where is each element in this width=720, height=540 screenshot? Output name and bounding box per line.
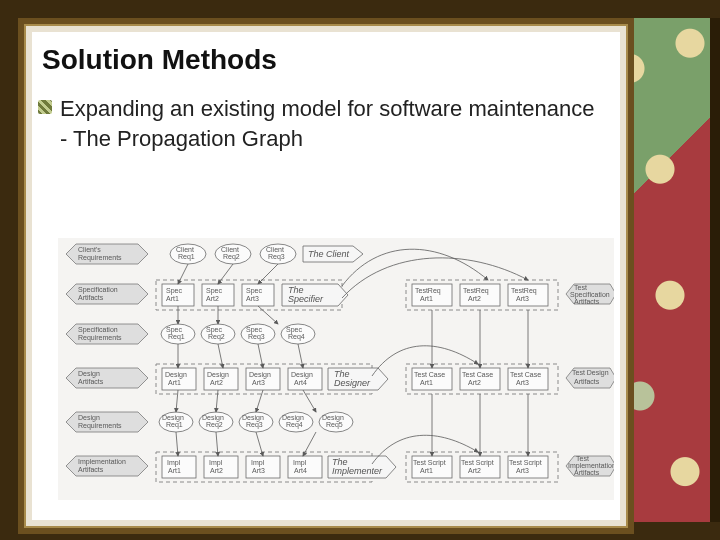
svg-text:Spec: Spec <box>206 287 222 295</box>
svg-text:Req2: Req2 <box>208 333 225 341</box>
svg-text:Test Case: Test Case <box>414 371 445 378</box>
svg-text:Specifier: Specifier <box>288 294 324 304</box>
svg-text:Test Design: Test Design <box>572 369 609 377</box>
svg-text:Req1: Req1 <box>168 333 185 341</box>
svg-text:Art2: Art2 <box>206 295 219 302</box>
svg-text:Test Case: Test Case <box>510 371 541 378</box>
svg-text:Req3: Req3 <box>248 333 265 341</box>
svg-text:Req3: Req3 <box>268 253 285 261</box>
svg-text:Requirements: Requirements <box>78 334 122 342</box>
slide-content: Solution Methods Expanding an existing m… <box>38 38 614 514</box>
svg-text:Impl: Impl <box>167 459 181 467</box>
diagram-svg: Client'sRequirements SpecificationArtifa… <box>58 238 614 500</box>
svg-text:Design: Design <box>249 371 271 379</box>
slide-title: Solution Methods <box>42 44 610 76</box>
svg-text:Client: Client <box>176 246 194 253</box>
svg-text:Art3: Art3 <box>516 467 529 474</box>
svg-text:Artifacts: Artifacts <box>574 298 600 305</box>
svg-line-102 <box>218 264 233 284</box>
impl-artifact-boxes: ImplArt1 ImplArt2 ImplArt3 ImplArt4 TheI… <box>162 456 396 478</box>
svg-text:Implementer: Implementer <box>332 466 383 476</box>
svg-text:Designer: Designer <box>334 378 371 388</box>
svg-text:Impl: Impl <box>251 459 265 467</box>
design-req-nodes: DesignReq1 DesignReq2 DesignReq3 DesignR… <box>159 412 353 432</box>
spec-artifact-boxes: SpecArt1 SpecArt2 SpecArt3 TheSpecifier <box>162 284 348 306</box>
svg-text:Art3: Art3 <box>516 295 529 302</box>
svg-text:Requirements: Requirements <box>78 254 122 262</box>
svg-text:Test Case: Test Case <box>462 371 493 378</box>
svg-text:Test Script: Test Script <box>413 459 446 467</box>
svg-text:Impl: Impl <box>293 459 307 467</box>
svg-text:Art1: Art1 <box>168 379 181 386</box>
svg-line-101 <box>178 264 188 284</box>
svg-text:The Client: The Client <box>308 249 350 259</box>
svg-text:Client: Client <box>266 246 284 253</box>
svg-text:Art3: Art3 <box>516 379 529 386</box>
svg-text:Design: Design <box>78 414 100 422</box>
svg-text:Spec: Spec <box>246 287 262 295</box>
svg-text:Art2: Art2 <box>468 467 481 474</box>
svg-line-112 <box>216 390 218 412</box>
svg-text:Req1: Req1 <box>178 253 195 261</box>
svg-text:Req5: Req5 <box>326 421 343 429</box>
slide-frame: Solution Methods Expanding an existing m… <box>18 18 634 534</box>
propagation-graph-diagram: Client'sRequirements SpecificationArtifa… <box>58 238 614 500</box>
svg-line-106 <box>258 306 278 324</box>
svg-text:Art2: Art2 <box>210 379 223 386</box>
svg-text:Requirements: Requirements <box>78 422 122 430</box>
svg-line-111 <box>176 390 178 412</box>
svg-text:Art2: Art2 <box>468 295 481 302</box>
svg-text:Req2: Req2 <box>223 253 240 261</box>
design-artifact-boxes: DesignArt1 DesignArt2 DesignArt3 DesignA… <box>162 368 388 390</box>
bullet-text: Expanding an existing model for software… <box>60 96 594 151</box>
right-test-groups: TestReqArt1 TestReqArt2 TestReqArt3 Test… <box>406 280 614 482</box>
svg-text:Req2: Req2 <box>206 421 223 429</box>
svg-text:Design: Design <box>291 371 313 379</box>
svg-text:Req3: Req3 <box>246 421 263 429</box>
bullet-item: Expanding an existing model for software… <box>60 94 606 153</box>
svg-text:Design: Design <box>207 371 229 379</box>
svg-text:Req4: Req4 <box>286 421 303 429</box>
svg-line-114 <box>303 390 316 412</box>
svg-text:Test: Test <box>576 455 589 462</box>
svg-text:Artifacts: Artifacts <box>574 469 600 476</box>
svg-text:Art1: Art1 <box>420 467 433 474</box>
svg-text:Test: Test <box>574 284 587 291</box>
svg-line-113 <box>256 390 263 412</box>
svg-text:Req4: Req4 <box>288 333 305 341</box>
svg-text:Art3: Art3 <box>246 295 259 302</box>
svg-text:Client's: Client's <box>78 246 101 253</box>
svg-line-109 <box>258 344 263 368</box>
svg-text:Impl: Impl <box>209 459 223 467</box>
svg-text:Artifacts: Artifacts <box>78 294 104 301</box>
slide-body: Expanding an existing model for software… <box>60 94 606 153</box>
svg-text:Design: Design <box>165 371 187 379</box>
svg-text:TestReq: TestReq <box>463 287 489 295</box>
svg-text:Art1: Art1 <box>420 295 433 302</box>
left-hex-labels: Client'sRequirements SpecificationArtifa… <box>66 244 148 476</box>
svg-line-118 <box>303 432 316 456</box>
svg-text:Design: Design <box>78 370 100 378</box>
svg-text:Art4: Art4 <box>294 467 307 474</box>
svg-text:Art3: Art3 <box>252 379 265 386</box>
client-req-nodes: ClientReq1 ClientReq2 ClientReq3 The Cli… <box>170 244 363 264</box>
svg-text:Specification: Specification <box>78 326 118 334</box>
cross-curves <box>342 249 528 464</box>
svg-text:Art1: Art1 <box>168 467 181 474</box>
svg-text:Test Script: Test Script <box>509 459 542 467</box>
svg-text:TestReq: TestReq <box>415 287 441 295</box>
svg-text:Artifacts: Artifacts <box>574 378 600 385</box>
svg-text:Art2: Art2 <box>468 379 481 386</box>
svg-text:Art4: Art4 <box>294 379 307 386</box>
svg-text:Art1: Art1 <box>420 379 433 386</box>
svg-text:Spec: Spec <box>166 287 182 295</box>
svg-text:Implementation: Implementation <box>78 458 126 466</box>
spec-req-nodes: SpecReq1 SpecReq2 SpecReq3 SpecReq4 <box>161 324 315 344</box>
svg-text:Art2: Art2 <box>210 467 223 474</box>
svg-line-116 <box>216 432 218 456</box>
svg-text:Req1: Req1 <box>166 421 183 429</box>
svg-text:Test Script: Test Script <box>461 459 494 467</box>
svg-text:Artifacts: Artifacts <box>78 378 104 385</box>
svg-text:Art1: Art1 <box>166 295 179 302</box>
svg-text:TestReq: TestReq <box>511 287 537 295</box>
